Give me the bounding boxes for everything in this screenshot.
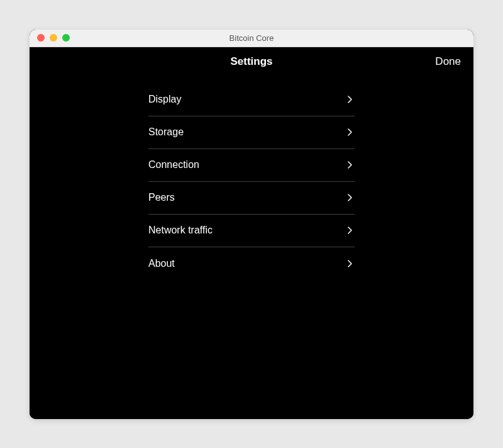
content-area: Settings Done Display Storage Connection xyxy=(30,47,473,419)
settings-item-label: Display xyxy=(148,94,181,105)
page-header: Settings Done xyxy=(30,47,473,76)
chevron-right-icon xyxy=(348,96,352,103)
settings-item-peers[interactable]: Peers xyxy=(148,182,355,215)
settings-item-label: Connection xyxy=(148,159,199,171)
settings-item-storage[interactable]: Storage xyxy=(148,116,355,149)
minimize-button[interactable] xyxy=(50,34,57,42)
settings-item-label: Peers xyxy=(148,192,175,203)
settings-item-display[interactable]: Display xyxy=(148,84,355,116)
close-button[interactable] xyxy=(37,34,45,42)
settings-list: Display Storage Connection Peers xyxy=(148,84,355,280)
app-window: Bitcoin Core Settings Done Display Stora… xyxy=(30,30,473,419)
page-title: Settings xyxy=(230,55,272,68)
chevron-right-icon xyxy=(348,161,352,169)
chevron-right-icon xyxy=(348,260,352,267)
chevron-right-icon xyxy=(348,128,352,136)
traffic-lights xyxy=(37,34,70,42)
chevron-right-icon xyxy=(348,194,352,201)
maximize-button[interactable] xyxy=(62,34,70,42)
window-title: Bitcoin Core xyxy=(229,33,274,43)
done-button[interactable]: Done xyxy=(435,55,461,68)
settings-item-label: Network traffic xyxy=(148,225,213,236)
settings-item-label: About xyxy=(148,258,175,269)
settings-item-about[interactable]: About xyxy=(148,247,355,280)
settings-item-label: Storage xyxy=(148,126,184,138)
settings-item-network-traffic[interactable]: Network traffic xyxy=(148,215,355,247)
titlebar: Bitcoin Core xyxy=(30,30,473,47)
chevron-right-icon xyxy=(348,227,352,234)
settings-item-connection[interactable]: Connection xyxy=(148,149,355,182)
